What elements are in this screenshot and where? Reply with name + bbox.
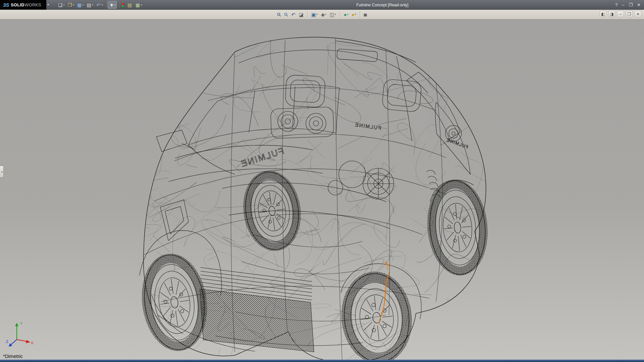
brand-solid: SOLID xyxy=(11,3,24,7)
chevron-down-icon[interactable]: ▾ xyxy=(325,13,326,16)
edit-appearance-icon: ● xyxy=(344,12,347,17)
view-settings-button[interactable]: ◙ xyxy=(363,10,368,18)
chevron-down-icon[interactable]: ▾ xyxy=(335,13,336,16)
chevron-down-icon[interactable]: ▾ xyxy=(63,4,65,6)
toolbar-separator xyxy=(118,2,119,8)
brand-works: WORKS xyxy=(25,3,41,7)
restore-button[interactable]: ❐ xyxy=(629,3,633,7)
new-document-button[interactable]: ❏ ▾ xyxy=(56,1,66,9)
chevron-down-icon[interactable]: ▾ xyxy=(92,4,94,6)
taskbar-edge xyxy=(0,360,644,362)
toolbar-separator xyxy=(360,11,360,17)
select-button[interactable]: ➤ ▾ xyxy=(108,1,117,9)
design-table-icon: ▦ xyxy=(135,3,141,7)
selected-edge[interactable] xyxy=(379,261,390,324)
chevron-down-icon[interactable]: ▾ xyxy=(347,13,348,16)
rebuild-green-dot xyxy=(122,5,124,7)
triad-z-label: Z xyxy=(6,340,8,344)
apply-scene-button[interactable]: ● ▾ xyxy=(350,10,358,18)
pane-right-icon[interactable]: ◨ xyxy=(608,11,615,17)
print-button[interactable]: ▤ ▾ xyxy=(85,1,95,9)
section-view-button[interactable]: ◪ xyxy=(298,10,305,18)
hide-show-items-icon: ◫ xyxy=(330,12,334,17)
open-folder-icon: ❒ xyxy=(67,3,73,7)
view-settings-icon: ◙ xyxy=(364,12,367,17)
heads-up-toolbar-row: ⚲ ⚲ ↶ ◪ ▣ ▾ ◈ ▾ ◫ ▾ ● ▾ ● ▾ xyxy=(0,10,644,19)
reference-triad[interactable]: Y X Z xyxy=(5,320,35,348)
help-button[interactable]: ? xyxy=(615,3,618,7)
menu-expander-icon[interactable]: ▸ xyxy=(48,2,49,6)
title-bar: 3S SOLID WORKS ▸ ❏ ▾ ❒ ▾ ▦ ▾ ▤ ▾ ↶ ▾ ➤ ▾ xyxy=(0,0,644,10)
toolbar-separator xyxy=(340,11,340,17)
section-view-icon: ◪ xyxy=(299,12,304,17)
design-table-button[interactable]: ▦ ▾ xyxy=(134,1,143,9)
display-style-button[interactable]: ◈ ▾ xyxy=(320,10,328,18)
doc-close-button[interactable]: ✕ xyxy=(635,11,641,17)
window-title: Fulmine Concept [Read-only] xyxy=(356,3,408,7)
print-icon: ▤ xyxy=(86,3,92,7)
view-orientation-label: *Dimetric xyxy=(3,354,23,359)
graphics-viewport[interactable]: FULMINE FULMINE FULMINE Y X Z *Dimetric xyxy=(0,19,644,360)
document-window-controls: ◧ ◨ – ❐ ✕ xyxy=(600,11,641,17)
pane-left-icon[interactable]: ◧ xyxy=(600,11,606,17)
toolbar-separator xyxy=(307,11,308,17)
main-toolbar: ❏ ▾ ❒ ▾ ▦ ▾ ▤ ▾ ↶ ▾ ➤ ▾ xyxy=(56,1,143,9)
heads-up-view-toolbar: ⚲ ⚲ ↶ ◪ ▣ ▾ ◈ ▾ ◫ ▾ ● ▾ ● ▾ xyxy=(276,10,368,18)
previous-view-button[interactable]: ↶ xyxy=(290,10,297,18)
undo-icon: ↶ xyxy=(96,3,101,7)
wireframe-model[interactable]: FULMINE FULMINE FULMINE xyxy=(0,19,644,360)
previous-view-icon: ↶ xyxy=(291,12,296,17)
window-controls: ? – ❐ ✕ xyxy=(615,0,641,10)
edit-appearance-button[interactable]: ● ▾ xyxy=(342,10,350,18)
rebuild-traffic-light-icon xyxy=(121,2,124,8)
chevron-down-icon[interactable]: ▾ xyxy=(316,13,318,16)
hide-show-items-button[interactable]: ◫ ▾ xyxy=(328,10,337,18)
flyout-arrow-icon: ◂ xyxy=(1,170,2,173)
chevron-down-icon[interactable]: ▾ xyxy=(102,4,103,6)
zoom-to-fit-button[interactable]: ⚲ xyxy=(276,10,282,18)
solidworks-logo: 3S SOLID WORKS xyxy=(0,0,46,10)
chevron-down-icon[interactable]: ▾ xyxy=(83,4,84,6)
zoom-to-fit-icon: ⚲ xyxy=(276,11,282,17)
rebuild-red-dot xyxy=(122,3,124,5)
view-orientation-icon: ▣ xyxy=(311,12,316,17)
open-button[interactable]: ❒ ▾ xyxy=(66,1,75,9)
save-icon: ▦ xyxy=(76,3,82,7)
new-document-icon: ❏ xyxy=(57,3,63,7)
save-button[interactable]: ▦ ▾ xyxy=(75,1,85,9)
display-style-icon: ◈ xyxy=(321,12,325,17)
view-orientation-button[interactable]: ▣ ▾ xyxy=(310,10,319,18)
zoom-to-area-icon: ⚲ xyxy=(283,11,289,17)
chevron-down-icon[interactable]: ▾ xyxy=(73,4,74,6)
chevron-down-icon[interactable]: ▾ xyxy=(355,13,356,16)
doc-minimize-button[interactable]: – xyxy=(617,11,624,17)
featuremanager-flyout-tab[interactable]: ◂ xyxy=(0,166,4,178)
minimize-button[interactable]: – xyxy=(622,3,624,7)
undo-button[interactable]: ↶ ▾ xyxy=(95,1,104,9)
doc-restore-button[interactable]: ❐ xyxy=(626,11,633,17)
select-cursor-icon: ➤ xyxy=(108,1,115,8)
model-badge-rear: FULMINE xyxy=(446,137,469,149)
file-properties-button[interactable]: ▤ xyxy=(126,1,133,9)
3ds-logo-icon: 3S xyxy=(3,2,9,8)
chevron-down-icon[interactable]: ▾ xyxy=(141,4,142,6)
apply-scene-icon: ● xyxy=(352,12,355,17)
triad-x-label: X xyxy=(31,341,34,345)
toolbar-separator xyxy=(106,2,106,8)
model-badge-top: FULMINE xyxy=(354,122,381,131)
rebuild-button[interactable] xyxy=(120,1,125,9)
triad-y-label: Y xyxy=(20,321,23,325)
file-properties-icon: ▤ xyxy=(127,3,132,7)
zoom-to-area-button[interactable]: ⚲ xyxy=(283,10,289,18)
close-button[interactable]: ✕ xyxy=(637,3,641,7)
